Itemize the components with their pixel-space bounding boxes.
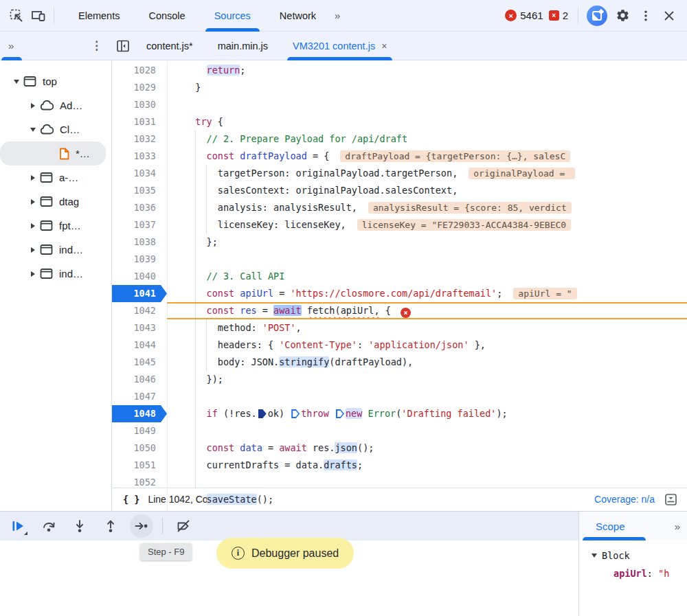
code-line: 1028 return; bbox=[112, 62, 687, 79]
line-number[interactable]: 1034 bbox=[112, 165, 167, 182]
scope-variable-separator: : bbox=[647, 568, 658, 579]
code-token bbox=[184, 305, 207, 316]
tree-item-label: Cl… bbox=[60, 124, 80, 135]
tab-network[interactable]: Network bbox=[265, 0, 330, 31]
tree-item-top[interactable]: top bbox=[0, 69, 106, 93]
scope-body: Block apiUrl: "h bbox=[579, 540, 687, 582]
line-number[interactable]: 1031 bbox=[112, 113, 167, 130]
step-out-button[interactable] bbox=[99, 514, 122, 538]
close-tab-icon[interactable]: × bbox=[381, 41, 387, 52]
line-number[interactable]: 1045 bbox=[112, 354, 167, 371]
line-number[interactable]: 1033 bbox=[112, 148, 167, 165]
step-into-button[interactable] bbox=[68, 514, 91, 538]
code-editor[interactable]: 1028 return;1029 }10301031 try {1032 // … bbox=[112, 60, 687, 548]
line-number[interactable]: 1047 bbox=[112, 388, 167, 405]
chevron-right-icon[interactable] bbox=[26, 103, 40, 109]
step-over-button[interactable] bbox=[37, 514, 60, 538]
code-line-content: // 2. Prepare Payload for /api/draft bbox=[167, 130, 687, 148]
scope-variable-row[interactable]: apiUrl: "h bbox=[592, 564, 687, 582]
scope-variable-value: "h bbox=[658, 568, 669, 579]
block-scope-expander[interactable]: Block bbox=[592, 547, 687, 564]
line-number[interactable]: 1050 bbox=[112, 440, 167, 457]
code-token: (); bbox=[257, 494, 273, 505]
chevron-right-icon[interactable] bbox=[26, 223, 40, 229]
chevron-right-icon[interactable] bbox=[26, 247, 40, 253]
file-tab[interactable]: content.js* bbox=[134, 32, 205, 60]
tree-item-fpt[interactable]: fpt… bbox=[0, 214, 106, 238]
pretty-print-icon[interactable]: { } bbox=[123, 494, 139, 505]
tree-item-label: top bbox=[43, 76, 57, 87]
file-tab[interactable]: main.min.js bbox=[205, 32, 280, 60]
hide-navigator-button[interactable] bbox=[112, 35, 134, 57]
line-number[interactable]: 1029 bbox=[112, 79, 167, 96]
inline-breakpoint-candidate-icon[interactable] bbox=[336, 409, 344, 418]
line-number[interactable]: 1028 bbox=[112, 62, 167, 79]
console-errors-badge[interactable]: × 5461 bbox=[505, 10, 543, 21]
line-number[interactable]: 1042 bbox=[112, 302, 167, 319]
code-line-content bbox=[167, 422, 687, 440]
chevron-right-icon[interactable] bbox=[26, 271, 40, 277]
chevron-right-icon[interactable] bbox=[26, 175, 40, 181]
line-number[interactable]: 1037 bbox=[112, 216, 167, 233]
line-number[interactable]: 1046 bbox=[112, 371, 167, 388]
tree-item-ind[interactable]: ind… bbox=[0, 262, 106, 286]
tree-item-ind[interactable]: ind… bbox=[0, 238, 106, 262]
breakpoint-line-number[interactable]: 1048 bbox=[112, 405, 167, 422]
navigator-more-tabs-icon[interactable]: » bbox=[7, 40, 16, 52]
code-line-content: // 3. Call API bbox=[167, 268, 687, 285]
line-number[interactable]: 1043 bbox=[112, 319, 167, 336]
frame-icon bbox=[40, 196, 53, 207]
frame-icon bbox=[40, 268, 53, 280]
tree-item-a[interactable]: a-… bbox=[0, 166, 106, 190]
inline-breakpoint-candidate-icon[interactable] bbox=[291, 409, 300, 418]
line-number[interactable]: 1040 bbox=[112, 268, 167, 285]
line-number[interactable]: 1044 bbox=[112, 336, 167, 354]
line-number[interactable]: 1038 bbox=[112, 233, 167, 251]
close-devtools-button[interactable] bbox=[658, 5, 680, 27]
navigator-menu-icon[interactable]: ⋮ bbox=[85, 38, 108, 53]
code-token: currentDrafts = data. bbox=[184, 459, 324, 470]
chevron-down-icon[interactable] bbox=[26, 128, 40, 132]
ai-assistance-button[interactable] bbox=[587, 5, 607, 26]
chevron-down-icon[interactable] bbox=[10, 80, 23, 84]
chevron-right-icon[interactable] bbox=[26, 199, 40, 205]
code-line: 1049 bbox=[112, 422, 687, 440]
breakpoint-line-number[interactable]: 1041 bbox=[112, 285, 167, 302]
tab-elements[interactable]: Elements bbox=[64, 0, 134, 31]
code-token: { bbox=[380, 305, 396, 316]
settings-button[interactable] bbox=[611, 5, 633, 27]
line-number[interactable]: 1032 bbox=[112, 130, 167, 148]
line-number[interactable]: 1051 bbox=[112, 457, 167, 474]
hide-navigator-icon bbox=[115, 38, 131, 54]
line-number[interactable]: 1036 bbox=[112, 199, 167, 216]
inspect-element-button[interactable] bbox=[5, 5, 27, 27]
tree-item-dtag[interactable]: dtag bbox=[0, 190, 106, 214]
step-tooltip: Step - F9 bbox=[140, 543, 192, 560]
step-button[interactable] bbox=[130, 514, 153, 538]
tab-sources[interactable]: Sources bbox=[200, 0, 265, 31]
main-menu-button[interactable] bbox=[635, 5, 657, 27]
file-tab[interactable]: VM3201 content.js× bbox=[280, 32, 399, 60]
inline-breakpoint-active-icon[interactable] bbox=[258, 409, 267, 418]
code-token bbox=[302, 305, 307, 316]
tab-console[interactable]: Console bbox=[134, 0, 199, 31]
kebab-menu-icon bbox=[639, 9, 653, 23]
tree-item-ad[interactable]: Ad… bbox=[0, 93, 106, 117]
tree-item-[interactable]: *… bbox=[0, 141, 106, 166]
device-toolbar-button[interactable] bbox=[27, 5, 49, 27]
code-token: res bbox=[240, 305, 256, 316]
code-token: }; bbox=[184, 236, 218, 247]
line-number[interactable]: 1030 bbox=[112, 96, 167, 113]
code-token bbox=[184, 271, 207, 282]
sources-main: topAd…Cl…*…a-…dtagfpt…ind…ind… 1028 retu… bbox=[0, 60, 687, 548]
line-number[interactable]: 1035 bbox=[112, 182, 167, 199]
line-number[interactable]: 1049 bbox=[112, 422, 167, 440]
code-line-content: method: 'POST', bbox=[167, 319, 687, 336]
more-panels-icon[interactable]: » bbox=[330, 10, 343, 21]
code-token: saveState bbox=[207, 494, 257, 505]
resume-button[interactable] bbox=[6, 514, 30, 538]
tree-item-cl[interactable]: Cl… bbox=[0, 117, 106, 141]
line-number[interactable]: 1039 bbox=[112, 251, 167, 268]
issues-badge[interactable]: × 2 bbox=[549, 10, 568, 21]
gear-icon bbox=[616, 8, 630, 23]
